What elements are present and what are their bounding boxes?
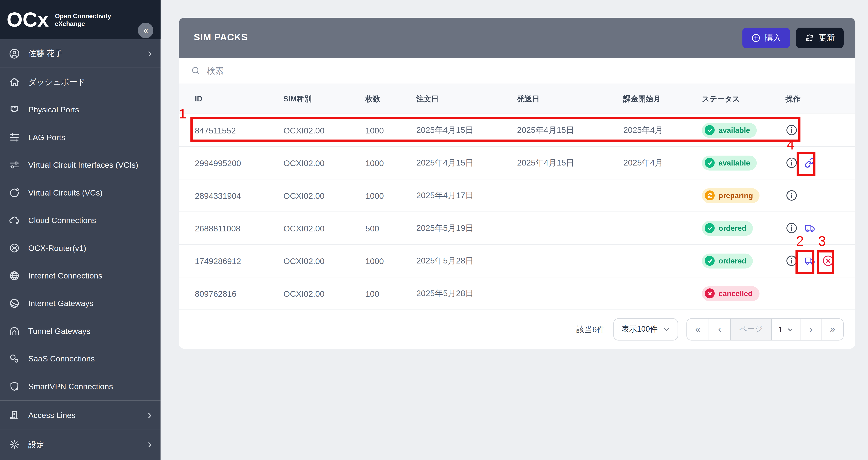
truck-icon[interactable] (804, 255, 816, 267)
table-body: 847511552OCXI02.0010002025年4月15日2025年4月1… (179, 114, 856, 309)
sidebar-item-label: Virtual Circuit Interfaces (VCIs) (28, 161, 138, 170)
cell-sim-type: OCXI02.00 (283, 256, 366, 265)
cell-id: 847511552 (195, 125, 283, 135)
pagination-first[interactable]: « (687, 319, 708, 340)
sidebar-item[interactable]: Virtual Circuits (VCs) (0, 179, 161, 207)
logo-area: OCx Open Connectivity eXchange « (0, 0, 161, 39)
cell-order-date: 2025年4月15日 (416, 125, 517, 135)
info-icon[interactable] (785, 222, 798, 234)
badge-x-icon (705, 288, 715, 298)
app-root: OCx Open Connectivity eXchange « 佐藤 花子 ›… (0, 0, 868, 460)
port-icon (8, 103, 21, 116)
cell-status: available (702, 155, 785, 171)
table-row: 2994995200OCXI02.0010002025年4月15日2025年4月… (179, 146, 856, 179)
sidebar-item[interactable]: OCX-Router(v1) (0, 234, 161, 262)
info-icon[interactable] (785, 189, 798, 202)
sidebar: OCx Open Connectivity eXchange « 佐藤 花子 ›… (0, 0, 161, 460)
sidebar-item[interactable]: 設定› (0, 430, 161, 459)
sidebar-item-label: Tunnel Gateways (28, 327, 90, 335)
annotation-label-3: 3 (818, 234, 826, 248)
cell-count: 100 (366, 288, 416, 298)
info-icon[interactable] (785, 124, 798, 136)
badge-check-icon (705, 158, 715, 168)
link-icon[interactable] (804, 157, 816, 169)
status-text: available (718, 159, 750, 167)
annotation-label-2: 2 (796, 234, 804, 248)
status-badge: available (702, 123, 757, 138)
column-header: ID (195, 95, 283, 103)
status-text: preparing (718, 191, 753, 200)
cell-sim-type: OCXI02.00 (283, 191, 366, 200)
sidebar-item-label: LAG Ports (28, 133, 65, 142)
cell-order-date: 2025年5月28日 (416, 255, 517, 266)
page-size-select[interactable]: 表示100件 (613, 318, 678, 341)
cell-actions (785, 157, 855, 169)
cell-sim-type: OCXI02.00 (283, 223, 366, 233)
sidebar-menu: ダッシュボードPhysical PortsLAG PortsVirtual Ci… (0, 68, 161, 459)
column-header: ステータス (702, 94, 785, 104)
result-count: 該当6件 (577, 324, 605, 335)
status-text: ordered (718, 224, 746, 232)
cell-count: 1000 (366, 158, 416, 167)
pagination-next[interactable]: › (800, 319, 822, 340)
header-buttons: 購入 更新 (742, 27, 844, 48)
sidebar-item[interactable]: Internet Gateways (0, 289, 161, 317)
truck-icon[interactable] (804, 222, 816, 234)
cell-sim-type: OCXI02.00 (283, 288, 366, 298)
brand-subtitle: Open Connectivity eXchange (55, 12, 111, 27)
sidebar-user[interactable]: 佐藤 花子 › (0, 39, 161, 68)
shield-icon (8, 380, 21, 393)
sidebar-item-label: Cloud Connections (28, 216, 96, 225)
sidebar-item[interactable]: Virtual Circuit Interfaces (VCIs) (0, 151, 161, 179)
refresh-icon (805, 33, 814, 42)
page-number-select[interactable]: 1 (771, 319, 800, 340)
cell-count: 1000 (366, 191, 416, 200)
sidebar-item[interactable]: Physical Ports (0, 96, 161, 123)
cell-sim-type: OCXI02.00 (283, 158, 366, 167)
cell-status: ordered (702, 221, 785, 236)
cancel-icon[interactable] (822, 255, 834, 267)
sidebar-item-label: Internet Connections (28, 271, 102, 280)
sidebar-item[interactable]: SaaS Connections (0, 345, 161, 373)
refresh-button[interactable]: 更新 (796, 27, 844, 48)
lag-icon (8, 131, 21, 144)
table-row: 2688811008OCXI02.005002025年5月19日ordered (179, 212, 856, 244)
table-row: 2894331904OCXI02.0010002025年4月17日prepari… (179, 179, 856, 212)
sidebar-item-label: Virtual Circuits (VCs) (28, 188, 103, 197)
circuit-icon (8, 187, 21, 199)
sidebar-item-label: ダッシュボード (28, 77, 86, 87)
info-icon[interactable] (785, 157, 798, 169)
annotation-label-4: 4 (787, 138, 795, 152)
sidebar-item[interactable]: Access Lines› (0, 401, 161, 430)
search-input[interactable] (206, 65, 593, 76)
cell-status: cancelled (702, 286, 785, 301)
cell-actions (785, 255, 855, 267)
sim-packs-card: SIM PACKS 購入 更新 IDSIM種別枚数注文日発送日課金開始月ステータ… (179, 18, 856, 349)
sidebar-collapse-button[interactable]: « (138, 23, 153, 38)
cell-actions (785, 124, 855, 136)
column-header: 課金開始月 (623, 94, 702, 104)
cell-billing-start: 2025年4月 (623, 158, 702, 168)
info-icon[interactable] (785, 255, 798, 267)
sidebar-item-label: SaaS Connections (28, 354, 95, 363)
main-area: SIM PACKS 購入 更新 IDSIM種別枚数注文日発送日課金開始月ステータ… (161, 0, 868, 460)
sidebar-item[interactable]: ダッシュボード (0, 68, 161, 96)
pagination-prev[interactable]: ‹ (709, 319, 730, 340)
sidebar-item[interactable]: Internet Connections (0, 262, 161, 289)
annotation-label-1: 1 (179, 107, 187, 121)
buy-button[interactable]: 購入 (742, 27, 790, 48)
sidebar-item[interactable]: SmartVPN Connections (0, 373, 161, 400)
user-icon (8, 47, 21, 59)
chevron-down-icon (663, 326, 670, 333)
home-icon (8, 76, 21, 88)
sidebar-item[interactable]: Tunnel Gateways (0, 317, 161, 345)
sidebar-item[interactable]: LAG Ports (0, 124, 161, 151)
cell-status: available (702, 123, 785, 138)
table-footer: 該当6件 表示100件 « ‹ ページ 1 › » (179, 309, 856, 349)
globe-icon (8, 270, 21, 282)
table-header-row: IDSIM種別枚数注文日発送日課金開始月ステータス操作 (179, 84, 856, 114)
sidebar-item[interactable]: Cloud Connections (0, 207, 161, 234)
search-bar (179, 58, 856, 84)
table-row: 809762816OCXI02.001002025年5月28日cancelled (179, 277, 856, 309)
pagination-last[interactable]: » (822, 319, 843, 340)
